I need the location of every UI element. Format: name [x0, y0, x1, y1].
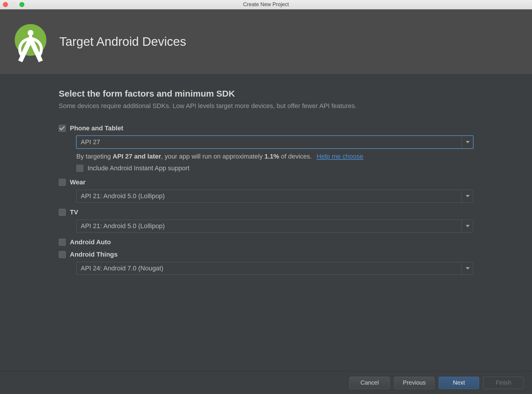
- wizard-body: Select the form factors and minimum SDK …: [0, 74, 532, 275]
- section-subheading: Some devices require additional SDKs. Lo…: [59, 102, 473, 110]
- svg-marker-3: [466, 225, 470, 227]
- help-text-bold: 1.1%: [265, 153, 279, 160]
- cancel-button[interactable]: Cancel: [349, 377, 390, 389]
- phone-tablet-row: Phone and Tablet: [59, 124, 473, 132]
- wear-row: Wear: [59, 179, 473, 186]
- previous-button[interactable]: Previous: [394, 377, 435, 389]
- android-things-api-select-row: API 24: Android 7.0 (Nougat): [76, 262, 473, 275]
- tv-api-value: API 21: Android 5.0 (Lollipop): [81, 222, 165, 230]
- android-things-label: Android Things: [70, 251, 118, 258]
- android-things-row: Android Things: [59, 251, 473, 258]
- svg-marker-4: [466, 267, 470, 270]
- phone-tablet-api-select-row: API 27: [76, 136, 473, 149]
- android-things-api-select[interactable]: API 24: Android 7.0 (Nougat): [76, 262, 473, 275]
- wear-api-value: API 21: Android 5.0 (Lollipop): [81, 192, 165, 200]
- instant-app-checkbox[interactable]: [76, 165, 83, 172]
- wear-api-select[interactable]: API 21: Android 5.0 (Lollipop): [76, 190, 473, 203]
- instant-app-row: Include Android Instant App support: [76, 164, 473, 172]
- help-me-choose-link[interactable]: Help me choose: [316, 153, 363, 160]
- next-button[interactable]: Next: [439, 377, 479, 389]
- finish-button: Finish: [483, 377, 524, 389]
- tv-checkbox[interactable]: [59, 209, 66, 216]
- svg-marker-1: [466, 141, 470, 143]
- phone-tablet-api-select[interactable]: API 27: [76, 136, 473, 149]
- wear-label: Wear: [70, 179, 85, 186]
- phone-tablet-checkbox[interactable]: [59, 125, 66, 132]
- help-text-fragment: of devices.: [279, 153, 312, 160]
- section-heading: Select the form factors and minimum SDK: [59, 89, 473, 99]
- tv-api-select-row: API 21: Android 5.0 (Lollipop): [76, 220, 473, 233]
- wizard-header: Target Android Devices: [0, 9, 532, 74]
- dropdown-arrow-icon[interactable]: [462, 190, 473, 203]
- phone-tablet-api-value: API 27: [81, 138, 100, 146]
- phone-tablet-help-text: By targeting API 27 and later, your app …: [76, 153, 473, 160]
- dropdown-arrow-icon[interactable]: [462, 262, 473, 275]
- android-things-checkbox[interactable]: [59, 251, 66, 258]
- instant-app-label: Include Android Instant App support: [87, 164, 189, 172]
- tv-label: TV: [70, 208, 78, 216]
- android-auto-label: Android Auto: [70, 238, 111, 246]
- wear-checkbox[interactable]: [59, 179, 66, 186]
- help-text-fragment: , your app will run on approximately: [161, 153, 265, 160]
- android-things-api-value: API 24: Android 7.0 (Nougat): [81, 265, 163, 272]
- tv-row: TV: [59, 208, 473, 216]
- compass-icon: [12, 28, 49, 63]
- window-title: Create New Project: [0, 1, 532, 8]
- titlebar: Create New Project: [0, 0, 532, 9]
- android-auto-row: Android Auto: [59, 238, 473, 246]
- android-auto-checkbox[interactable]: [59, 239, 66, 246]
- dropdown-arrow-icon[interactable]: [462, 220, 473, 233]
- svg-marker-2: [466, 195, 470, 197]
- help-text-bold: API 27 and later: [113, 153, 161, 160]
- android-studio-logo: [12, 24, 48, 59]
- page-title: Target Android Devices: [59, 35, 186, 49]
- wear-api-select-row: API 21: Android 5.0 (Lollipop): [76, 190, 473, 203]
- help-text-fragment: By targeting: [76, 153, 113, 160]
- wizard-footer: Cancel Previous Next Finish: [0, 371, 532, 394]
- phone-tablet-label: Phone and Tablet: [70, 124, 123, 132]
- tv-api-select[interactable]: API 21: Android 5.0 (Lollipop): [76, 220, 473, 233]
- dropdown-arrow-icon[interactable]: [462, 136, 473, 149]
